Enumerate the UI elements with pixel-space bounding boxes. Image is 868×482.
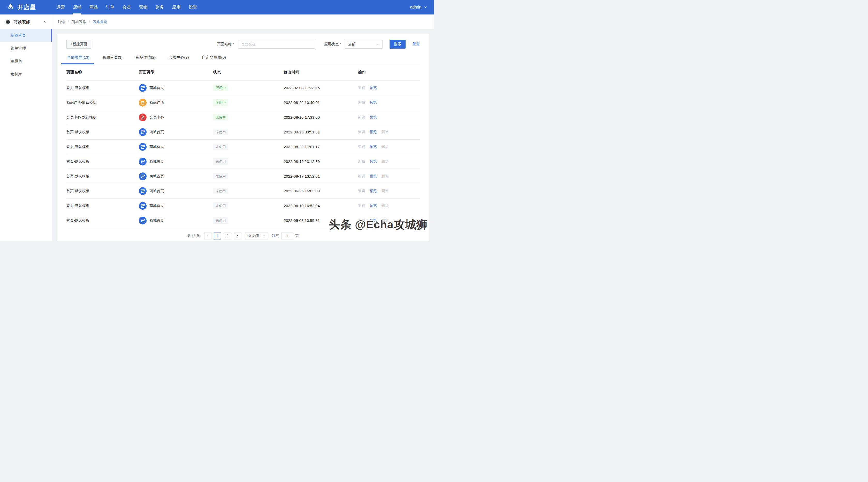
tab-custom-pages[interactable]: 自定义页面(0) xyxy=(202,55,226,64)
edit-link[interactable]: 编辑 xyxy=(358,159,365,163)
col-header-5: 操作 xyxy=(358,64,420,81)
page-type-cell: 商城首页 xyxy=(139,198,213,213)
content-area: +新建页面 页面名称： 应用状态： 全部 搜索 重置 全部页面(13)商城首页(… xyxy=(52,29,434,241)
delete-link[interactable]: 删除 xyxy=(381,204,389,208)
preview-link[interactable]: 预览 xyxy=(370,86,377,90)
status-cell: 未使用 xyxy=(213,184,284,198)
preview-link[interactable]: 预览 xyxy=(370,174,377,178)
page-name-cell: 首页-默认模板 xyxy=(66,140,139,154)
delete-link[interactable]: 删除 xyxy=(381,145,389,149)
page-type: 会员中心 xyxy=(139,114,213,121)
delete-link[interactable]: 删除 xyxy=(381,218,389,222)
nav-item-marketing[interactable]: 营销 xyxy=(135,0,152,14)
delete-link[interactable]: 删除 xyxy=(381,159,389,163)
preview-link[interactable]: 预览 xyxy=(370,100,377,104)
nav-item-apps[interactable]: 应用 xyxy=(168,0,185,14)
page-name-cell: 首页-默认模板 xyxy=(66,125,139,140)
delete-link[interactable]: 删除 xyxy=(381,130,389,134)
status-badge: 应用中 xyxy=(213,85,228,91)
edit-link[interactable]: 编辑 xyxy=(358,130,365,134)
page-type-label: 商城首页 xyxy=(149,174,164,179)
table-row: 会员中心-默认模板会员中心应用中2022-08-10 17:33:00编辑预览 xyxy=(66,110,420,125)
page-type: 商城首页 xyxy=(139,173,213,180)
page-name-cell: 首页-默认模板 xyxy=(66,169,139,184)
preview-link[interactable]: 预览 xyxy=(370,130,377,134)
table-row: 首页-默认模板商城首页未使用2022-05-03 10:55:31编辑预览删除 xyxy=(66,213,420,228)
page-name-input[interactable] xyxy=(238,40,315,49)
pagination-total: 共 13 条 xyxy=(187,234,200,238)
status-cell: 未使用 xyxy=(213,198,284,213)
tab-member-center[interactable]: 会员中心(2) xyxy=(168,55,189,64)
sidebar-item-theme-color[interactable]: 主题色 xyxy=(0,55,52,68)
sidebar-item-decorate-home[interactable]: 装修首页 xyxy=(0,29,52,42)
tab-all-pages[interactable]: 全部页面(13) xyxy=(66,55,90,64)
sidebar-item-menu-management[interactable]: 菜单管理 xyxy=(0,42,52,55)
preview-link[interactable]: 预览 xyxy=(370,204,377,208)
shopping-bag-icon xyxy=(139,99,147,107)
breadcrumb-item[interactable]: 商城装修 xyxy=(71,20,86,24)
chevron-right-icon xyxy=(236,234,239,237)
preview-link[interactable]: 预览 xyxy=(370,145,377,149)
actions-cell: 编辑预览删除 xyxy=(358,125,420,140)
preview-link[interactable]: 预览 xyxy=(370,115,377,119)
sidebar-header[interactable]: 商城装修 xyxy=(0,14,52,29)
table-row: 商品详情-默认模板商品详情应用中2022-08-22 10:40:01编辑预览 xyxy=(66,95,420,110)
storefront-icon xyxy=(139,187,147,195)
tab-mall-home[interactable]: 商城首页(9) xyxy=(102,55,123,64)
nav-item-operations[interactable]: 运营 xyxy=(52,0,69,14)
actions-cell: 编辑预览删除 xyxy=(358,154,420,169)
page-button-2[interactable]: 2 xyxy=(224,232,231,239)
breadcrumb-item[interactable]: 店铺 xyxy=(58,20,65,24)
modified-time-cell: 2023-02-08 17:23:25 xyxy=(284,81,358,95)
prev-page-button[interactable] xyxy=(204,232,212,239)
actions-cell: 编辑预览 xyxy=(358,110,420,125)
status-cell: 应用中 xyxy=(213,81,284,95)
status-badge: 未使用 xyxy=(213,203,228,209)
nav-item-members[interactable]: 会员 xyxy=(118,0,135,14)
edit-link[interactable]: 编辑 xyxy=(358,115,365,119)
page-button-1[interactable]: 1 xyxy=(214,232,221,239)
edit-link[interactable]: 编辑 xyxy=(358,218,365,222)
actions-cell: 编辑预览删除 xyxy=(358,198,420,213)
preview-link[interactable]: 预览 xyxy=(370,189,377,193)
storefront-icon xyxy=(139,158,147,165)
reset-button[interactable]: 重置 xyxy=(412,42,420,47)
tab-product-detail[interactable]: 商品详情(2) xyxy=(135,55,156,64)
brand-logo[interactable]: 开店星 xyxy=(6,3,45,12)
main-area: 店铺/商城装修/装修首页 +新建页面 页面名称： 应用状态： 全部 搜 xyxy=(52,14,434,241)
edit-link[interactable]: 编辑 xyxy=(358,204,365,208)
page-size-select[interactable]: 10 条/页 xyxy=(245,232,268,239)
status-badge: 未使用 xyxy=(213,188,228,194)
new-page-button[interactable]: +新建页面 xyxy=(66,40,91,49)
nav-item-shop[interactable]: 店铺 xyxy=(69,0,85,14)
sidebar-item-material-library[interactable]: 素材库 xyxy=(0,68,52,81)
modified-time-cell: 2022-06-10 16:52:04 xyxy=(284,198,358,213)
page-type-label: 商城首页 xyxy=(149,130,164,134)
chevron-down-icon xyxy=(43,20,47,24)
nav-item-products[interactable]: 商品 xyxy=(85,0,102,14)
page-type-label: 商城首页 xyxy=(149,145,164,149)
preview-link[interactable]: 预览 xyxy=(370,159,377,163)
nav-item-settings[interactable]: 设置 xyxy=(185,0,201,14)
brand-star-icon xyxy=(6,3,15,12)
next-page-button[interactable] xyxy=(234,232,241,239)
search-button[interactable]: 搜索 xyxy=(390,40,406,49)
page-number-buttons: 12 xyxy=(213,232,232,239)
jump-page-input[interactable] xyxy=(281,232,293,239)
edit-link[interactable]: 编辑 xyxy=(358,189,365,193)
user-menu[interactable]: admin xyxy=(410,5,427,9)
delete-link[interactable]: 删除 xyxy=(381,174,389,178)
delete-link[interactable]: 删除 xyxy=(381,189,389,193)
nav-item-finance[interactable]: 财务 xyxy=(152,0,168,14)
preview-link[interactable]: 预览 xyxy=(370,218,377,222)
page-name-cell: 首页-默认模板 xyxy=(66,81,139,95)
status-badge: 未使用 xyxy=(213,217,228,224)
edit-link[interactable]: 编辑 xyxy=(358,100,365,104)
actions-cell: 编辑预览删除 xyxy=(358,213,420,228)
edit-link[interactable]: 编辑 xyxy=(358,86,365,90)
page-type-cell: 商城首页 xyxy=(139,184,213,198)
edit-link[interactable]: 编辑 xyxy=(358,145,365,149)
app-status-select[interactable]: 全部 xyxy=(345,40,382,49)
edit-link[interactable]: 编辑 xyxy=(358,174,365,178)
nav-item-orders[interactable]: 订单 xyxy=(102,0,118,14)
